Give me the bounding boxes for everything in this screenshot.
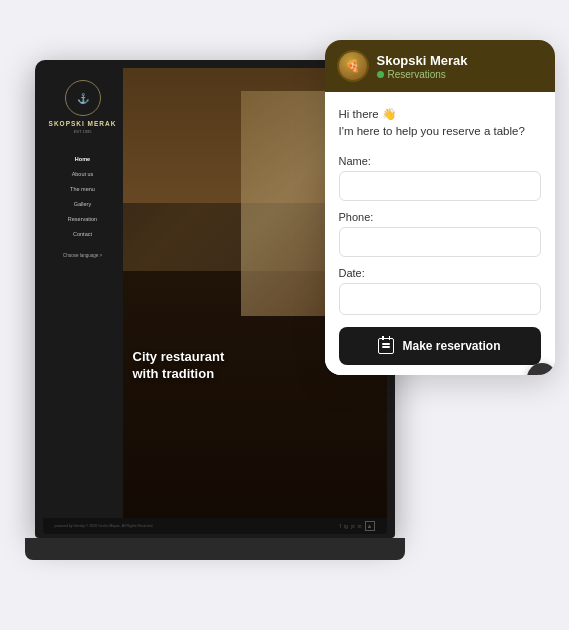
language-button[interactable]: Choose language > xyxy=(63,253,102,258)
chat-status: Reservations xyxy=(377,69,543,80)
chat-widget: 🍕 Skopski Merak Reservations Hi there 👋 … xyxy=(325,40,555,375)
chat-header-info: Skopski Merak Reservations xyxy=(377,53,543,80)
cal-line-2 xyxy=(382,346,390,348)
instagram-icon: ig xyxy=(344,523,348,529)
nav-item-reservation[interactable]: Reservation xyxy=(49,214,117,224)
calendar-lines xyxy=(382,343,390,348)
close-icon: × xyxy=(537,370,546,375)
footer-copyright: powered by Identity © 2020 Gorčin Mopac,… xyxy=(55,524,154,528)
hero-text: City restaurant with tradition xyxy=(133,349,225,383)
chat-message: Hi there 👋 I'm here to help you reserve … xyxy=(339,106,541,141)
name-field-group: Name: xyxy=(339,155,541,201)
logo-area: ⚓ SKOPSKI MERAK EST 1995 xyxy=(49,80,117,134)
nav-item-gallery[interactable]: Gallery xyxy=(49,199,117,209)
youtube-icon: yt xyxy=(351,523,355,529)
sidebar: ⚓ SKOPSKI MERAK EST 1995 Home About us T… xyxy=(43,68,123,518)
logo-circle: ⚓ xyxy=(65,80,101,116)
make-reservation-label: Make reservation xyxy=(402,339,500,353)
avatar-image: 🍕 xyxy=(339,52,367,80)
nav-item-contact[interactable]: Contact xyxy=(49,229,117,239)
facebook-icon: f xyxy=(339,523,340,529)
cal-line-1 xyxy=(382,343,390,345)
avatar: 🍕 xyxy=(337,50,369,82)
date-label: Date: xyxy=(339,267,541,279)
laptop-base xyxy=(25,538,405,560)
scroll-top-button[interactable]: ▲ xyxy=(365,521,375,531)
brand-sub: EST 1995 xyxy=(49,129,117,134)
website-footer: powered by Identity © 2020 Gorčin Mopac,… xyxy=(43,518,387,534)
name-label: Name: xyxy=(339,155,541,167)
linkedin-icon: in xyxy=(358,523,362,529)
logo-icon: ⚓ xyxy=(77,93,89,104)
phone-input[interactable] xyxy=(339,227,541,257)
chat-body: Hi there 👋 I'm here to help you reserve … xyxy=(325,92,555,375)
status-dot xyxy=(377,71,384,78)
name-input[interactable] xyxy=(339,171,541,201)
calendar-icon xyxy=(378,338,394,354)
brand-name: SKOPSKI MERAK xyxy=(49,120,117,128)
phone-field-group: Phone: xyxy=(339,211,541,257)
make-reservation-button[interactable]: Make reservation xyxy=(339,327,541,365)
status-label: Reservations xyxy=(388,69,446,80)
chat-header: 🍕 Skopski Merak Reservations xyxy=(325,40,555,92)
phone-label: Phone: xyxy=(339,211,541,223)
scene: ⚓ SKOPSKI MERAK EST 1995 Home About us T… xyxy=(15,20,555,610)
social-icons: f ig yt in xyxy=(339,523,361,529)
footer-right: f ig yt in ▲ xyxy=(339,521,374,531)
nav-item-menu[interactable]: The menu xyxy=(49,184,117,194)
nav-item-about[interactable]: About us xyxy=(49,169,117,179)
date-field-group: Date: 31.08.2024 xyxy=(339,267,541,315)
date-input[interactable]: 31.08.2024 xyxy=(339,283,541,315)
nav-item-home[interactable]: Home xyxy=(49,154,117,164)
nav-items: Home About us The menu Gallery Reservati… xyxy=(49,154,117,239)
chat-title: Skopski Merak xyxy=(377,53,543,68)
